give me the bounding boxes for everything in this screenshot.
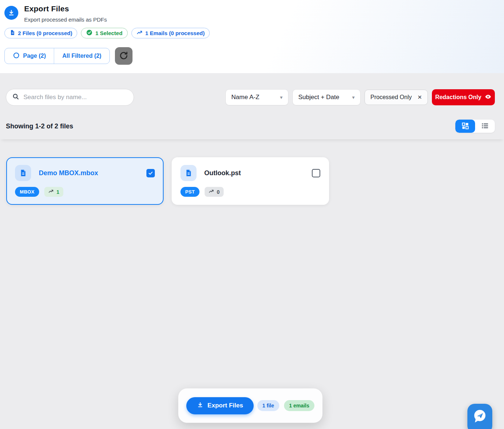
selected-files-badge: 1 file	[257, 400, 279, 411]
eye-icon	[485, 93, 492, 102]
export-files-label: Export Files	[208, 402, 243, 409]
chevron-down-icon: ▾	[352, 94, 355, 100]
file-grid: Demo MBOX.mbox MBOX 1 Ou	[0, 139, 504, 205]
list-view-button[interactable]	[475, 120, 495, 133]
email-count-badge: 1	[44, 187, 63, 197]
selected-count-badge: 1 Selected	[81, 28, 127, 38]
header: Export Files Export processed emails as …	[0, 0, 504, 73]
naming-select[interactable]: Subject + Date ▾	[292, 89, 361, 105]
close-icon[interactable]: ✕	[417, 94, 422, 101]
naming-select-value: Subject + Date	[298, 94, 339, 101]
file-type-badge: MBOX	[15, 187, 39, 197]
email-count-badge: 0	[205, 187, 224, 197]
file-icon	[180, 165, 197, 181]
export-action-bar: Export Files 1 file 1 emails	[178, 388, 322, 423]
email-count-value: 1	[56, 189, 59, 195]
chat-widget-button[interactable]	[467, 404, 492, 429]
export-files-screen: Export Files Export processed emails as …	[0, 0, 504, 429]
results-summary: Showing 1-2 of 2 files	[6, 123, 73, 130]
redactions-only-label: Redactions Only	[435, 94, 481, 101]
file-checkbox[interactable]	[312, 169, 320, 177]
scope-option-all-filtered-label: All Filtered (2)	[62, 53, 101, 59]
selected-emails-badge: 1 emails	[284, 400, 314, 411]
processed-only-chip[interactable]: Processed Only ✕	[365, 90, 428, 105]
redactions-only-button[interactable]: Redactions Only	[432, 89, 495, 105]
search-icon	[12, 93, 19, 102]
radio-circle-icon	[13, 52, 20, 60]
processed-only-label: Processed Only	[370, 94, 412, 101]
view-toggle	[455, 120, 495, 133]
file-card-outlook-pst[interactable]: Outlook.pst PST 0	[172, 157, 329, 205]
chat-send-icon	[471, 408, 488, 426]
grid-view-button[interactable]	[455, 120, 475, 133]
trend-up-icon	[48, 189, 54, 195]
sort-select[interactable]: Name A-Z ▾	[225, 89, 288, 105]
scope-toggle: Page (2) All Filtered (2)	[4, 48, 110, 64]
emails-count-badge: 1 Emails (0 processed)	[131, 28, 210, 38]
file-type-badge: PST	[180, 187, 199, 197]
page-title: Export Files	[24, 4, 107, 13]
file-icon	[15, 165, 31, 181]
download-icon	[197, 402, 204, 410]
selected-count-label: 1 Selected	[95, 30, 122, 36]
scope-option-all-filtered[interactable]: All Filtered (2)	[54, 48, 109, 64]
trend-up-icon	[209, 189, 214, 195]
scope-option-page-label: Page (2)	[23, 53, 46, 59]
file-name: Outlook.pst	[204, 169, 241, 177]
file-card-demo-mbox[interactable]: Demo MBOX.mbox MBOX 1	[6, 157, 164, 205]
files-count-label: 2 Files (0 processed)	[18, 30, 72, 36]
file-name: Demo MBOX.mbox	[39, 169, 98, 177]
search-box	[6, 89, 134, 106]
sort-select-value: Name A-Z	[231, 94, 260, 101]
stats-row: 2 Files (0 processed) 1 Selected 1 Email…	[0, 23, 504, 38]
emails-count-label: 1 Emails (0 processed)	[145, 30, 205, 36]
chevron-down-icon: ▾	[280, 94, 283, 100]
check-circle-icon	[86, 29, 93, 37]
search-input[interactable]	[23, 94, 128, 101]
scope-option-page[interactable]: Page (2)	[5, 48, 54, 64]
trend-up-icon	[137, 30, 143, 37]
file-icon	[10, 30, 15, 37]
email-count-value: 0	[217, 189, 220, 195]
refresh-button[interactable]	[115, 47, 132, 65]
file-checkbox[interactable]	[146, 169, 155, 177]
page-subtitle: Export processed emails as PDFs	[24, 16, 107, 23]
list-view-icon	[481, 122, 489, 131]
download-circle-icon	[4, 6, 18, 20]
export-files-button[interactable]: Export Files	[186, 397, 254, 414]
refresh-icon	[119, 51, 128, 61]
files-count-badge: 2 Files (0 processed)	[4, 28, 77, 38]
toolbar-section: Name A-Z ▾ Subject + Date ▾ Processed On…	[0, 73, 504, 139]
grid-view-icon	[462, 122, 469, 131]
